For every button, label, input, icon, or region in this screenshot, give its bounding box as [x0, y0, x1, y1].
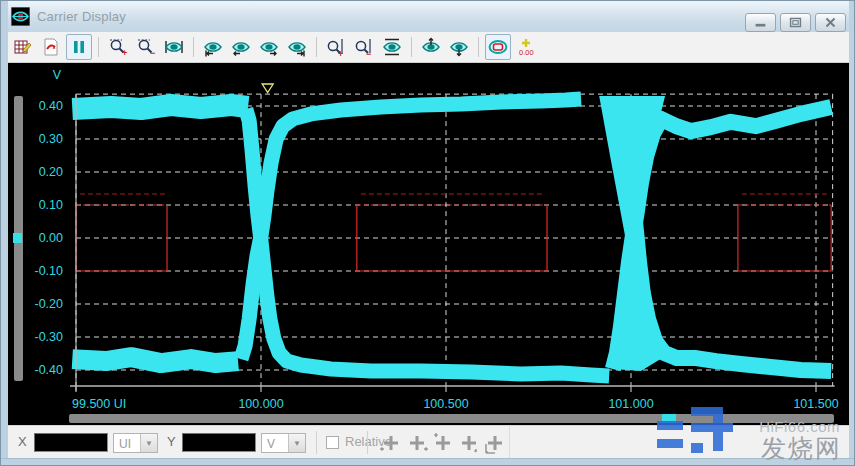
- horizontal-scrollbar-thumb[interactable]: [662, 414, 676, 423]
- y-value-input[interactable]: [182, 433, 256, 452]
- eye-last-icon: [287, 37, 307, 57]
- mv-up-icon: [432, 432, 454, 454]
- zoom-out-vertical-button[interactable]: −: [351, 34, 377, 60]
- page-icon: [41, 37, 61, 57]
- mask-display-button[interactable]: [485, 34, 511, 60]
- mask-icon: [488, 37, 508, 57]
- zoom-in-vertical-button[interactable]: +: [323, 34, 349, 60]
- mv-right-icon: [406, 432, 428, 454]
- svg-text:−: −: [150, 48, 155, 57]
- svg-text:0.20: 0.20: [39, 165, 63, 179]
- zero-marker-button[interactable]: 0.00: [513, 34, 539, 60]
- title-bar[interactable]: Carrier Display: [1, 1, 855, 32]
- vertical-scrollbar-thumb[interactable]: [13, 233, 22, 243]
- move-down-button[interactable]: [457, 431, 481, 454]
- minimize-button[interactable]: [745, 13, 776, 32]
- svg-text:101.000: 101.000: [608, 397, 653, 411]
- move-left-button[interactable]: [379, 431, 403, 454]
- window-border-bottom: [1, 458, 855, 466]
- pause-button[interactable]: [66, 34, 92, 60]
- zoomx--icon: −: [136, 37, 156, 57]
- fit-vertical-button[interactable]: [379, 34, 405, 60]
- svg-text:99.500 UI: 99.500 UI: [72, 397, 126, 411]
- y-field-label: Y: [167, 434, 176, 449]
- shift-down-button[interactable]: [446, 34, 472, 60]
- window-border-right: [849, 1, 855, 466]
- zoom-out-horizontal-button[interactable]: −: [133, 34, 159, 60]
- mv-down-icon: [458, 432, 480, 454]
- app-eye-icon: [11, 7, 30, 26]
- svg-text:V: V: [53, 68, 62, 82]
- eye-diagram-chart: V0.400.300.200.100.00-0.10-0.20-0.30-0.4…: [8, 63, 849, 425]
- status-bar: X UI ▼ Y V ▼ Relative: [1, 425, 855, 459]
- separator: [367, 431, 368, 454]
- restore-icon: [781, 14, 810, 31]
- eye-down-icon: [449, 37, 469, 57]
- close-button[interactable]: [815, 13, 846, 32]
- pan-left-button[interactable]: [228, 34, 254, 60]
- zoom-in-horizontal-button[interactable]: +: [105, 34, 131, 60]
- shift-up-button[interactable]: [418, 34, 444, 60]
- report-edit-button[interactable]: [10, 34, 36, 60]
- toolbar-separator: [411, 37, 412, 57]
- svg-text:0.00: 0.00: [39, 231, 63, 245]
- x-unit-select[interactable]: UI ▼: [113, 433, 158, 453]
- zoomy+-icon: +: [326, 37, 346, 57]
- toolbar-separator: [316, 37, 317, 57]
- svg-text:−: −: [366, 49, 371, 57]
- carrier-display-window: Carrier Display +−+−0.00 V0.400.300.200.…: [0, 0, 855, 466]
- toolbar-separator: [478, 37, 479, 57]
- move-up-button[interactable]: [431, 431, 455, 454]
- toolbar-separator: [193, 37, 194, 57]
- svg-text:-0.30: -0.30: [35, 330, 64, 344]
- chevron-down-icon[interactable]: ▼: [288, 434, 305, 452]
- eye-right-icon: [259, 37, 279, 57]
- fity-icon: [382, 37, 402, 57]
- restore-button[interactable]: [780, 13, 811, 32]
- svg-text:0.40: 0.40: [39, 99, 63, 113]
- toolbar: +−+−0.00: [1, 32, 855, 63]
- svg-text:+: +: [122, 48, 127, 57]
- mv-left-icon: [380, 432, 402, 454]
- x-value-input[interactable]: [34, 433, 108, 452]
- eye-first-icon: [203, 37, 223, 57]
- svg-text:0.00: 0.00: [519, 48, 534, 57]
- minimize-icon: [746, 14, 775, 31]
- window-title: Carrier Display: [37, 9, 126, 24]
- pan-right-button[interactable]: [256, 34, 282, 60]
- pan-last-button[interactable]: [284, 34, 310, 60]
- zoomx+-icon: +: [108, 37, 128, 57]
- horizontal-scrollbar[interactable]: [69, 414, 834, 423]
- move-origin-button[interactable]: [483, 431, 507, 454]
- y-unit-value: V: [267, 437, 275, 451]
- vertical-scrollbar[interactable]: [14, 96, 23, 381]
- eye-left-icon: [231, 37, 251, 57]
- fitx-icon: [164, 37, 184, 57]
- svg-text:101.500: 101.500: [793, 397, 838, 411]
- separator: [509, 426, 510, 459]
- svg-text:0.30: 0.30: [39, 132, 63, 146]
- eye-up-icon: [421, 37, 441, 57]
- move-right-button[interactable]: [405, 431, 429, 454]
- report-icon: [13, 37, 33, 57]
- pan-first-button[interactable]: [200, 34, 226, 60]
- mv-origin-icon: [484, 432, 506, 454]
- toolbar-separator: [98, 37, 99, 57]
- chevron-down-icon[interactable]: ▼: [140, 434, 157, 452]
- fit-horizontal-button[interactable]: [161, 34, 187, 60]
- svg-text:100.000: 100.000: [238, 397, 283, 411]
- zoomy--icon: −: [354, 37, 374, 57]
- svg-text:0.10: 0.10: [39, 198, 63, 212]
- close-icon: [816, 14, 845, 31]
- pause-icon: [69, 37, 89, 57]
- svg-text:-0.40: -0.40: [35, 363, 64, 377]
- svg-text:+: +: [338, 49, 343, 57]
- x-unit-value: UI: [119, 437, 131, 451]
- page-snapshot-button[interactable]: [38, 34, 64, 60]
- svg-text:100.500: 100.500: [423, 397, 468, 411]
- plot-area[interactable]: V0.400.300.200.100.00-0.10-0.20-0.30-0.4…: [8, 63, 849, 425]
- y-unit-select[interactable]: V ▼: [261, 433, 306, 453]
- x-field-label: X: [18, 434, 27, 449]
- relative-checkbox[interactable]: [326, 436, 339, 449]
- zero-icon: 0.00: [516, 37, 536, 57]
